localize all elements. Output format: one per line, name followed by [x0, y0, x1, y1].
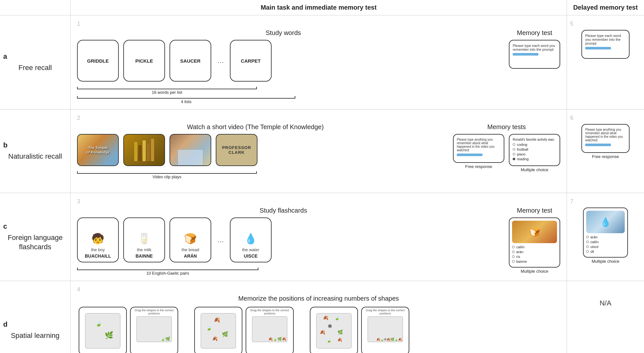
row-d-study-title: Memorize the positions of increasing num…	[77, 295, 560, 302]
drag-inner-7: 🍂🍃✻🍂🌿🍃🍂	[368, 316, 403, 342]
bread-image: 🍞	[512, 221, 557, 243]
row-c-cards: 🧒 the boy BUACHAILL 🥛 the milk BAINNE 🍞 …	[77, 217, 490, 262]
word-card-pickle: PICKLE	[123, 40, 165, 82]
books-visual	[132, 136, 157, 164]
mc-c-label-cailin: cailín	[516, 245, 525, 249]
row-a-delayed: 5 Please type each word you remember int…	[567, 15, 644, 109]
radio-c-bainne	[512, 260, 515, 263]
mc-d-label-uisce: uisce	[590, 245, 599, 249]
drag-label-2: Drag the shapes to the correct positions	[132, 309, 176, 315]
book-5	[151, 139, 154, 161]
delayed-header-title: Delayed memory test	[567, 0, 644, 15]
fc-english-water: the water	[242, 247, 259, 252]
radio-c-aran	[512, 251, 515, 253]
row-a-label-cell: a Free recall	[0, 15, 71, 109]
ellipsis-a: …	[216, 57, 225, 65]
row-a-delayed-step: 5	[570, 21, 573, 27]
bread-emoji: 🍞	[529, 227, 540, 237]
row-a-step: 1	[77, 21, 80, 27]
row-a-study: Study words GRIDDLE PICKLE SAUCER … CARP…	[77, 29, 490, 104]
leaf-7-4: 🍂	[320, 330, 325, 335]
leaf-4-2: 🍃	[206, 325, 212, 331]
row-d: d Spatial learning 4 Memorize the positi…	[0, 281, 644, 353]
brace-b-line	[77, 171, 257, 174]
row-b-mc-label: Multiple choice	[521, 167, 548, 172]
thumb-professor: PROFESSOR CLARK	[216, 134, 257, 166]
mc-option-football: football	[513, 147, 556, 151]
row-c-delayed: 7 💧 arán cailín uisce	[567, 193, 644, 281]
fc-english-boy: the boy	[91, 247, 105, 252]
brace-a-1-text: 16 words per list	[77, 90, 257, 95]
header-row: Main task and immediate memory test Dela…	[0, 0, 644, 15]
mc-d-label-cailin: cailín	[590, 240, 599, 244]
main-header-title: Main task and immediate memory test	[71, 0, 567, 15]
radio-reading	[513, 158, 515, 160]
leaf-7-6: 🍃	[326, 338, 332, 343]
library-window	[178, 149, 203, 165]
flashcard-water: 💧 the water UISCE	[230, 217, 272, 262]
row-d-letter: d	[3, 320, 7, 329]
fc-gaelic-water: UISCE	[244, 253, 258, 259]
row-c-study-title: Study flashcards	[77, 207, 490, 214]
mc-d-option-ull: úll	[586, 250, 625, 253]
mc-d-option-uisce: uisce	[586, 245, 625, 249]
brace-c-container: 10 English-Gaelic pairs	[77, 268, 263, 276]
row-a-memory-card: Please type each word you remember into …	[509, 40, 560, 69]
row-a-content: Study words GRIDDLE PICKLE SAUCER … CARP…	[77, 29, 560, 104]
spatial-drag-4: Drag the shapes to the correct positions…	[246, 307, 294, 353]
thumb-temple: The Templeof Knowledge	[77, 134, 119, 166]
radio-c-cailin	[512, 246, 515, 248]
spatial-inner-4: 🍂 🍃 🌿 🍂	[201, 313, 236, 349]
row-b-label-cell: b Naturalistic recall	[0, 110, 71, 193]
brace-a-1-line	[77, 87, 257, 89]
book-1	[134, 142, 137, 161]
drag-shapes-7: 🍂🍃✻🍂🌿🍃🍂	[376, 338, 402, 341]
book-3	[143, 140, 146, 161]
drag-inner-2: 🍃🌿	[136, 316, 172, 342]
row-c-memory: Memory test 🍞 cailín arán	[509, 207, 560, 274]
mc-label-football: football	[517, 147, 528, 151]
row-b-main: 2 Watch a short video (The Temple of Kno…	[71, 110, 567, 193]
row-d-main: 4 Memorize the positions of increasing n…	[71, 281, 567, 353]
book-2	[138, 145, 142, 161]
row-b-free-response-label: Free response	[465, 164, 492, 169]
row-c-label: Foreign language flashcards	[3, 233, 67, 252]
flashcard-boy: 🧒 the boy BUACHAILL	[77, 217, 119, 262]
row-b-mc-question: Ronald's favorite activity was:	[513, 138, 556, 141]
row-d-spatial-groups: 🍃 🌿 Drag the shapes to the correct posit…	[77, 307, 411, 353]
row-b-delayed-label: Free response	[592, 154, 619, 159]
row-c-delayed-content: 💧 arán cailín uisce úll	[583, 207, 628, 264]
mc-d-option-cailin: cailín	[586, 240, 625, 244]
radio-coding	[513, 143, 515, 146]
fc-english-bread: the bread	[182, 247, 199, 252]
row-c-label-cell: c Foreign language flashcards	[0, 193, 71, 281]
row-b-free-response-text: Please type anything you remember about …	[457, 138, 500, 152]
leaf-7-7: 🍂	[337, 338, 342, 342]
row-a-label: Free recall	[19, 63, 52, 73]
icon-bread: 🍞	[184, 233, 197, 245]
brace-c-text: 10 English-Gaelic pairs	[77, 271, 258, 276]
brace-b-container: Video clip plays	[77, 171, 260, 179]
mc-option-coding: coding	[513, 143, 556, 146]
drag-inner-4: 🍂🍃🌿🍂	[252, 316, 287, 342]
radio-d-aran	[586, 236, 589, 238]
spatial-inner-2: 🍃 🌿	[85, 313, 120, 349]
mc-c-option-ris: rís	[512, 255, 557, 259]
mc-label-piano: piano	[517, 152, 526, 156]
row-b-delayed-card: Please type anything you remember about …	[581, 124, 630, 153]
row-c: c Foreign language flashcards 3 Study fl…	[0, 193, 644, 281]
leaf-2-2: 🌿	[105, 331, 113, 340]
drag-shapes-4: 🍂🍃🌿🍂	[268, 337, 286, 341]
leaf-4-1: 🍂	[214, 317, 220, 323]
row-d-label: Spatial learning	[11, 331, 60, 340]
fc-gaelic-milk: BAINNE	[135, 253, 153, 259]
row-a-cards: GRIDDLE PICKLE SAUCER … CARPET	[77, 40, 490, 82]
row-c-mc-card: 🍞 cailín arán rís	[509, 217, 560, 268]
row-a-main: 1 Study words GRIDDLE PICKLE SAUCER … CA…	[71, 15, 567, 109]
word-card-saucer: SAUCER	[170, 40, 211, 82]
spatial-study-2: 🍃 🌿	[79, 307, 127, 353]
brace-c-line	[77, 268, 258, 270]
flashcard-milk: 🥛 the milk BAINNE	[123, 217, 165, 262]
flashcard-bread: 🍞 the bread ARÁN	[170, 217, 211, 262]
brace-a-2-container: 4 lists	[77, 96, 302, 104]
